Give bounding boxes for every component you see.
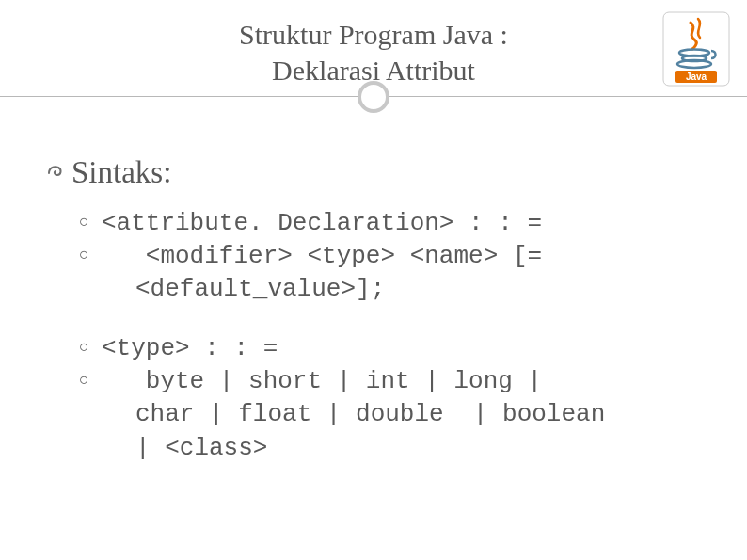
slide-title: Struktur Program Java : Deklarasi Attrib…	[0, 0, 747, 88]
java-logo: Java	[662, 11, 730, 87]
code-line: <attribute. Declaration> : : =	[102, 207, 702, 240]
circle-bullet-icon: ○	[79, 365, 102, 393]
java-logo-icon: Java	[662, 11, 730, 87]
code-line-cont: <default_value>];	[135, 273, 702, 306]
syntax-heading: Sintaks:	[45, 155, 702, 190]
swirl-bullet-icon	[45, 160, 72, 187]
code-line: byte | short | int | long |	[102, 365, 702, 398]
heading-text: Sintaks:	[72, 155, 171, 190]
code-line-cont: | <class>	[135, 432, 702, 465]
syntax-block-2: ○ <type> : : = ○ byte | short | int | lo…	[79, 332, 702, 464]
circle-bullet-icon: ○	[79, 332, 102, 360]
svg-text:Java: Java	[686, 72, 707, 82]
code-line: <modifier> <type> <name> [=	[102, 240, 702, 273]
content-area: Sintaks: ○ <attribute. Declaration> : : …	[45, 155, 702, 491]
code-line: <type> : : =	[102, 332, 702, 365]
circle-bullet-icon: ○	[79, 207, 102, 235]
syntax-block-1: ○ <attribute. Declaration> : : = ○ <modi…	[79, 207, 702, 306]
title-line-1: Struktur Program Java :	[0, 17, 747, 53]
circle-decoration	[358, 81, 389, 113]
code-line-cont: char | float | double | boolean	[135, 398, 702, 431]
list-item: ○ <type> : : =	[79, 332, 702, 365]
list-item: ○ <modifier> <type> <name> [=	[79, 240, 702, 273]
slide: Struktur Program Java : Deklarasi Attrib…	[0, 0, 747, 560]
circle-bullet-icon: ○	[79, 240, 102, 268]
list-item: ○ byte | short | int | long |	[79, 365, 702, 398]
list-item: ○ <attribute. Declaration> : : =	[79, 207, 702, 240]
